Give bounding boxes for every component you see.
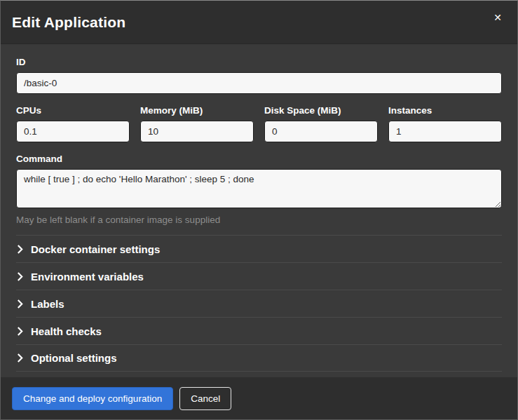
chevron-right-icon — [17, 245, 23, 254]
command-label: Command — [16, 154, 502, 164]
close-icon: ✕ — [493, 12, 502, 23]
instances-label: Instances — [388, 105, 502, 116]
disk-label: Disk Space (MiB) — [264, 105, 378, 116]
chevron-right-icon — [17, 353, 23, 363]
chevron-right-icon — [17, 299, 23, 309]
instances-input[interactable] — [388, 121, 502, 142]
id-input[interactable] — [16, 72, 502, 94]
section-toggle-labels[interactable]: Labels — [16, 290, 502, 317]
memory-field-group: Memory (MiB) — [140, 105, 254, 142]
section-toggle-optional-settings[interactable]: Optional settings — [16, 344, 502, 372]
change-and-deploy-button[interactable]: Change and deploy configuration — [12, 387, 173, 410]
memory-input[interactable] — [140, 121, 254, 142]
memory-label: Memory (MiB) — [140, 105, 254, 116]
disk-field-group: Disk Space (MiB) — [264, 105, 378, 142]
collapsible-sections: Docker container settings Environment va… — [16, 235, 502, 372]
instances-field-group: Instances — [388, 105, 502, 142]
command-field-group: Command while [ true ] ; do echo 'Hello … — [16, 154, 502, 225]
resources-row: CPUs Memory (MiB) Disk Space (MiB) Insta… — [16, 105, 502, 142]
chevron-right-icon — [17, 272, 23, 281]
section-toggle-environment-variables[interactable]: Environment variables — [16, 262, 502, 290]
modal-body: ID CPUs Memory (MiB) Disk Space (MiB) In… — [1, 44, 517, 377]
cpus-label: CPUs — [16, 105, 130, 116]
chevron-right-icon — [17, 327, 23, 336]
section-label: Optional settings — [31, 352, 117, 364]
command-help-text: May be left blank if a container image i… — [16, 215, 502, 225]
command-input[interactable]: while [ true ] ; do echo 'Hello Marathon… — [16, 169, 502, 208]
section-label: Environment variables — [31, 271, 144, 283]
modal-header: Edit Application ✕ — [1, 1, 517, 44]
close-button[interactable]: ✕ — [489, 8, 506, 27]
cpus-input[interactable] — [16, 121, 130, 142]
edit-application-modal: Edit Application ✕ ID CPUs Memory (MiB) … — [0, 0, 518, 420]
section-toggle-docker-container-settings[interactable]: Docker container settings — [16, 235, 502, 262]
cancel-button[interactable]: Cancel — [179, 387, 231, 410]
id-label: ID — [16, 57, 502, 67]
modal-footer: Change and deploy configuration Cancel — [1, 377, 517, 419]
section-label: Health checks — [31, 325, 102, 337]
disk-input[interactable] — [264, 121, 378, 142]
section-label: Labels — [31, 298, 64, 310]
id-field-group: ID — [16, 57, 502, 94]
cpus-field-group: CPUs — [16, 105, 130, 142]
modal-title: Edit Application — [12, 14, 125, 31]
section-label: Docker container settings — [31, 243, 160, 255]
section-toggle-health-checks[interactable]: Health checks — [16, 317, 502, 344]
